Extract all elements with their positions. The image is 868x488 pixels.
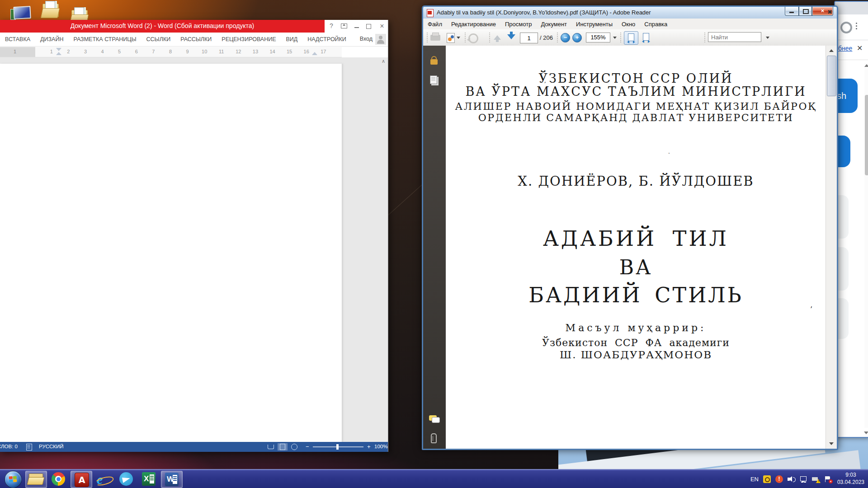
fit-width-icon[interactable] xyxy=(624,31,638,45)
ribbon-tab[interactable]: РАЗМЕТКА СТРАНИЦЫ xyxy=(68,36,141,42)
menu-item[interactable]: Редактирование xyxy=(447,21,500,28)
language-indicator[interactable]: EN xyxy=(750,476,759,483)
proofing-status-icon[interactable] xyxy=(26,444,32,450)
right-indent-marker[interactable] xyxy=(312,52,317,55)
menu-item[interactable]: Документ xyxy=(536,21,571,28)
zoom-level-select[interactable]: 155% xyxy=(586,33,610,42)
print-layout-icon[interactable] xyxy=(278,443,288,450)
computer-icon[interactable] xyxy=(14,6,31,19)
fit-page-icon[interactable] xyxy=(639,31,653,44)
tray-time: 9:03 xyxy=(837,472,864,479)
zoom-level[interactable]: 100% xyxy=(374,444,387,449)
tray-date: 03.04.2023 xyxy=(837,479,864,486)
ribbon-tab[interactable]: ВИД xyxy=(281,36,303,42)
ribbon-tab[interactable]: ДИЗАЙН xyxy=(35,36,68,42)
lock-icon[interactable] xyxy=(430,59,438,65)
avatar[interactable] xyxy=(375,34,386,45)
alert-icon[interactable]: ! xyxy=(775,475,783,483)
scroll-up-icon[interactable] xyxy=(864,64,868,67)
first-line-indent-marker[interactable] xyxy=(56,48,61,51)
taskbar-internet-explorer[interactable]: e xyxy=(93,471,114,487)
language-status[interactable]: РУССКИЙ xyxy=(39,444,64,449)
scroll-up-icon[interactable] xyxy=(829,49,834,52)
scroll-down-icon[interactable] xyxy=(829,442,834,445)
overflow-menu-icon[interactable] xyxy=(856,23,857,24)
scroll-up-icon[interactable]: ∧ xyxy=(382,58,385,64)
scrollbar-thumb[interactable] xyxy=(827,56,836,96)
toolbar-close-icon[interactable]: ✖ xyxy=(827,9,832,15)
word-title-bar[interactable]: Документ Microsoft Word (2) - Word (Сбой… xyxy=(0,20,325,33)
ribbon-tab[interactable]: ВСТАВКА xyxy=(0,36,35,42)
ruler-number: 1 xyxy=(14,49,16,54)
menu-item[interactable]: Просмотр xyxy=(500,21,536,28)
pages-panel-icon[interactable] xyxy=(430,75,437,84)
word-count[interactable]: СЛОВ: 0 xyxy=(0,444,18,449)
comments-icon[interactable] xyxy=(429,415,437,421)
taskbar-excel[interactable]: X xyxy=(138,471,159,487)
hanging-indent-marker[interactable] xyxy=(56,52,61,55)
zoom-slider-thumb[interactable] xyxy=(336,444,339,450)
taskbar-telegram[interactable] xyxy=(116,471,137,487)
start-button[interactable] xyxy=(5,471,22,488)
zoom-out-icon[interactable]: − xyxy=(306,443,309,450)
browser-logo-icon[interactable] xyxy=(840,22,852,33)
ribbon-tab[interactable]: ССЫЛКИ xyxy=(142,36,176,42)
page-down-icon[interactable] xyxy=(507,34,515,39)
sign-in-link[interactable]: Вход xyxy=(360,36,373,42)
menu-item[interactable]: Справка xyxy=(640,21,672,28)
attachment-icon[interactable] xyxy=(431,433,437,443)
pdf-editor-name: Ш. ШОАБДУРАҲМОНОВ xyxy=(446,349,826,361)
ruler-number: 11 xyxy=(213,49,230,54)
chevron-down-icon[interactable] xyxy=(766,37,769,39)
previous-view-icon[interactable] xyxy=(468,33,478,43)
reader-scrollbar[interactable] xyxy=(826,46,837,449)
pdf-org-line: ОРДЕНЛИ САМАРҚАНД ДАВЛАТ УНИВЕРСИТЕТИ xyxy=(446,112,826,123)
page-number-input[interactable] xyxy=(520,33,538,43)
clock[interactable]: 9:03 03.04.2023 xyxy=(837,472,864,486)
ribbon-tab[interactable]: НАДСТРОЙКИ xyxy=(302,36,351,42)
tray-app-icon[interactable] xyxy=(763,475,771,483)
scroll-down-icon[interactable] xyxy=(864,432,868,434)
action-center-flag-icon[interactable]: × xyxy=(824,475,832,483)
ruler-number: 15 xyxy=(281,49,298,54)
chevron-down-icon[interactable] xyxy=(613,37,617,39)
ruler-number: 12 xyxy=(230,49,247,54)
folder-icon[interactable] xyxy=(42,4,59,17)
maximize-icon[interactable] xyxy=(799,7,812,16)
ribbon-display-options-icon[interactable] xyxy=(341,23,347,28)
network-icon[interactable] xyxy=(800,475,807,483)
menu-item[interactable]: Окно xyxy=(617,21,640,28)
menu-item[interactable]: Инструменты xyxy=(571,21,617,28)
taskbar-chrome[interactable] xyxy=(48,471,69,487)
taskbar-word[interactable]: W xyxy=(161,471,183,488)
share-icon[interactable] xyxy=(447,33,455,43)
help-icon[interactable]: ? xyxy=(327,22,335,29)
more-link[interactable]: бнее xyxy=(838,45,852,52)
zoom-slider[interactable] xyxy=(313,446,363,447)
word-document-page[interactable] xyxy=(0,64,342,442)
reader-title-bar[interactable]: Adabiy til va badiiy stil (X.Doniyorov, … xyxy=(423,7,837,19)
close-icon[interactable]: ✕ xyxy=(857,44,863,52)
find-input[interactable] xyxy=(708,32,761,42)
ruler-number: 9 xyxy=(179,49,196,54)
ribbon-tab[interactable]: РЕЦЕНЗИРОВАНИЕ xyxy=(217,36,281,42)
volume-icon[interactable] xyxy=(788,475,795,483)
taskbar-adobe-reader[interactable]: A xyxy=(71,471,92,488)
taskbar-explorer[interactable] xyxy=(25,471,47,488)
browser-scrollbar-thumb[interactable] xyxy=(865,95,868,175)
print-icon[interactable] xyxy=(430,35,440,41)
menu-item[interactable]: Файл xyxy=(423,21,447,28)
chevron-down-icon[interactable] xyxy=(457,37,460,39)
close-icon[interactable]: × xyxy=(378,22,386,30)
ribbon-tab[interactable]: РАССЫЛКИ xyxy=(175,36,217,42)
zoom-in-icon[interactable]: + xyxy=(572,33,582,42)
zoom-out-icon[interactable]: − xyxy=(561,33,570,42)
web-layout-icon[interactable] xyxy=(289,443,299,450)
zoom-in-icon[interactable]: + xyxy=(367,443,371,450)
minimize-icon[interactable] xyxy=(785,7,799,16)
read-mode-icon[interactable] xyxy=(266,443,276,450)
maximize-icon[interactable] xyxy=(366,24,371,29)
printer-warning-icon[interactable]: ! xyxy=(812,475,820,483)
page-up-icon[interactable] xyxy=(494,35,501,40)
minimize-icon[interactable] xyxy=(354,27,359,28)
